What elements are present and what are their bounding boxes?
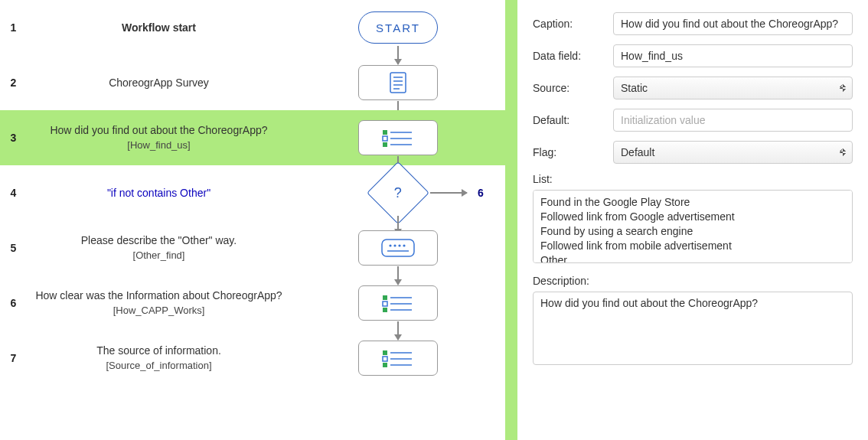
flow-row[interactable]: 2ChoreogrApp Survey [0,55,505,110]
svg-point-15 [403,244,405,246]
flow-row[interactable]: 3How did you find out about the Choreogr… [0,110,505,165]
flag-select[interactable]: Default [613,141,853,164]
node-column [291,341,505,376]
description-textarea[interactable] [533,292,853,365]
svg-rect-0 [390,73,406,93]
row-number: 6 [0,297,27,309]
row-number: 1 [0,21,27,34]
svg-rect-19 [383,301,387,306]
flow-row[interactable]: 5Please describe the "Other" way.[Other_… [0,220,505,275]
node-column: 6? [291,171,505,215]
row-label: The source of information.[Source_of_inf… [27,344,291,373]
row-number: 5 [0,242,27,254]
row-number: 4 [0,187,27,199]
default-label: Default: [533,114,613,126]
svg-rect-23 [383,350,387,355]
start-node[interactable]: START [358,11,438,44]
flow-row[interactable]: 4"if not contains Other"6? [0,165,505,220]
list-node[interactable] [358,285,438,321]
node-column [291,120,505,155]
svg-rect-27 [383,363,387,367]
caption-input[interactable] [613,12,853,35]
svg-rect-25 [383,357,387,361]
workflow-canvas: 1Workflow startSTART2ChoreogrApp Survey3… [0,0,505,440]
data-field-input[interactable] [613,44,853,67]
decision-node[interactable]: ? [367,161,429,224]
default-input[interactable] [613,109,853,132]
properties-panel: Caption: Data field: Source: Static Defa… [517,0,868,440]
svg-point-12 [389,244,391,246]
description-label: Description: [533,275,853,287]
row-number: 2 [0,77,27,89]
row-number: 7 [0,352,27,364]
flow-row[interactable]: 7The source of information.[Source_of_in… [0,331,505,386]
svg-rect-5 [383,130,387,135]
source-select[interactable]: Static [613,77,853,99]
svg-rect-21 [383,308,387,312]
list-icon [381,129,415,147]
node-column [291,65,505,100]
list-node[interactable] [358,341,438,376]
row-label: ChoreogrApp Survey [27,76,291,90]
row-label: Please describe the "Other" way.[Other_f… [27,233,291,262]
row-label: How did you find out about the ChoreogrA… [27,123,291,152]
document-icon [387,71,409,94]
caption-label: Caption: [533,18,613,30]
list-textarea[interactable] [533,190,853,263]
svg-point-14 [398,244,400,246]
list-icon [381,294,415,312]
source-label: Source: [533,82,613,94]
svg-point-13 [393,244,396,246]
row-label: How clear was the Information about Chor… [27,288,291,318]
text-input-icon [381,239,415,257]
text-node[interactable] [358,230,438,266]
node-column [291,230,505,266]
doc-node[interactable] [358,65,438,100]
list-label: List: [533,173,853,185]
svg-rect-7 [383,136,387,141]
svg-rect-17 [383,295,387,300]
row-number: 3 [0,132,27,144]
row-label: Workflow start [27,21,291,35]
flow-row[interactable]: 1Workflow startSTART [0,0,505,55]
flow-row[interactable]: 6How clear was the Information about Cho… [0,275,505,331]
list-icon [381,349,415,367]
node-column [291,285,505,321]
flag-label: Flag: [533,146,613,158]
node-column: START [291,11,505,44]
pane-divider [505,0,517,440]
jump-target-label: 6 [478,187,484,199]
list-node[interactable] [358,120,438,155]
connector-right [430,192,467,194]
svg-rect-9 [383,142,387,147]
svg-rect-11 [382,240,414,256]
row-label: "if not contains Other" [27,186,291,200]
data-field-label: Data field: [533,50,613,62]
